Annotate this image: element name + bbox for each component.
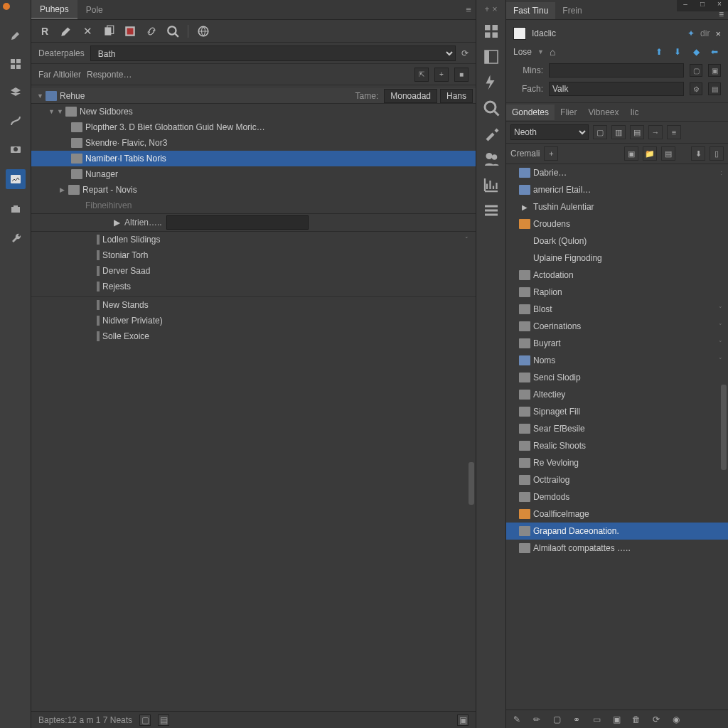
win-max[interactable]: □	[694, 0, 711, 11]
camera-icon[interactable]	[7, 141, 24, 158]
strip-close[interactable]: ×	[493, 4, 498, 14]
close-icon[interactable]: ✕	[81, 25, 94, 38]
bb-trash-icon[interactable]: 🗑	[630, 713, 643, 726]
boxes-icon[interactable]	[483, 23, 500, 40]
tree-row[interactable]: Blost˅	[506, 301, 728, 318]
cm-btn-5[interactable]: ⬇	[691, 146, 705, 161]
tree-row[interactable]: Sear EfBesile	[506, 420, 728, 437]
mins-btn-b[interactable]: ▣	[708, 64, 721, 77]
subtab-gondetes[interactable]: Gondetes	[506, 105, 555, 120]
tree-row[interactable]: New Stands	[31, 297, 476, 313]
panel-icon[interactable]	[483, 48, 500, 65]
pencil-icon[interactable]	[7, 27, 24, 44]
fach-input[interactable]	[549, 82, 684, 96]
grid-icon[interactable]	[7, 55, 24, 73]
deaterpales-select[interactable]: Bath	[90, 46, 456, 61]
tree-row[interactable]: Demdods	[506, 488, 728, 505]
scrollbar-thumb[interactable]	[469, 462, 474, 505]
chevron-down-icon[interactable]: ˅	[719, 306, 722, 313]
swatch-icon[interactable]	[124, 25, 136, 38]
right-tree[interactable]: Dabrie…:americrl Etail…▶Tushin Aulentiar…	[506, 164, 728, 710]
status-btn-b[interactable]: ▤	[158, 714, 169, 726]
cm-btn-4[interactable]: ▤	[661, 146, 675, 161]
lose-label[interactable]: Lose	[513, 47, 532, 57]
tools-icon[interactable]	[483, 125, 500, 142]
win-min[interactable]: –	[677, 0, 694, 11]
cm-btn-2[interactable]: ▣	[624, 146, 638, 161]
bb-box-icon[interactable]: ▢	[550, 713, 563, 726]
win-close[interactable]: ×	[711, 0, 728, 11]
bb-link-icon[interactable]: ⚭	[570, 713, 583, 726]
bolt-icon[interactable]	[483, 74, 500, 91]
wrench-icon[interactable]	[7, 229, 24, 246]
color-swatch[interactable]	[513, 27, 526, 40]
diamond-icon[interactable]: ◆	[690, 46, 702, 58]
tree-root-rehue[interactable]: Rehue Tame: Monoadad Hans	[31, 88, 476, 104]
status-btn-c[interactable]: ▣	[457, 714, 469, 726]
tree-row[interactable]: americrl Etail…	[506, 181, 728, 198]
main-tree[interactable]: Rehue Tame: Monoadad Hans New Sidbores P…	[31, 85, 476, 711]
tree-row[interactable]: Repart - Novis	[31, 182, 476, 198]
neoth-select[interactable]: Neoth	[510, 124, 589, 140]
cm-btn-3[interactable]: 📁	[643, 146, 657, 161]
tree-row[interactable]: Octtrailog	[506, 471, 728, 488]
tree-row[interactable]: Stoniar Torh	[31, 247, 476, 263]
link-icon[interactable]	[145, 25, 158, 38]
tree-row[interactable]: Altectiey	[506, 386, 728, 403]
mins-btn-a[interactable]: ▢	[690, 64, 702, 77]
tree-row[interactable]: Plopther 3. D Biet Globattion Guid New M…	[31, 119, 476, 135]
tab-menu-icon[interactable]: ≡	[461, 4, 476, 15]
bold-R-icon[interactable]: R	[38, 25, 51, 38]
bb-layers-icon[interactable]: ▣	[610, 713, 623, 726]
subtab-flier[interactable]: Flier	[555, 105, 582, 120]
tree-row[interactable]: New Sidbores	[31, 104, 476, 119]
bb-pen-icon[interactable]: ✎	[510, 713, 523, 726]
globe-icon[interactable]	[197, 25, 210, 38]
chevron-down-icon[interactable]: ˅	[719, 357, 722, 364]
tree-row-selected[interactable]: Grapand Daceonation.	[506, 523, 728, 540]
people-icon[interactable]	[483, 151, 500, 168]
tree-row[interactable]: Nidiver Priviate)	[31, 313, 476, 328]
cr-btn-2[interactable]: ▥	[611, 125, 626, 139]
bb-refresh-icon[interactable]: ⟳	[650, 713, 663, 726]
cr-btn-1[interactable]: ▢	[593, 125, 607, 139]
tree-row[interactable]: Dabrie…:	[506, 164, 728, 181]
tree-row[interactable]: Fibneihirven	[31, 198, 476, 213]
reset-icon[interactable]: ⟳	[461, 48, 469, 58]
square-icon[interactable]: ■	[454, 68, 469, 82]
tree-row[interactable]: Actodation	[506, 267, 728, 284]
tree-row[interactable]: Almilaoft compatattes …..	[506, 540, 728, 557]
tree-row[interactable]: Raplion	[506, 284, 728, 301]
tree-row[interactable]: Lodlen Slidings ˅	[31, 232, 476, 247]
tab-puheps[interactable]: Puheps	[31, 0, 77, 19]
tree-row[interactable]: Skendre· Flavic, Nor3	[31, 135, 476, 151]
tree-row-selected[interactable]: Namiber·l Tabis Noris	[31, 151, 476, 166]
tab-fast-tinu[interactable]: Fast Tinu	[506, 2, 555, 19]
plus-icon[interactable]: +	[434, 68, 449, 82]
subtab-vibneex[interactable]: Vibneex	[582, 105, 624, 120]
tree-row[interactable]: Coerinations˅	[506, 318, 728, 335]
tree-row[interactable]: Solle Exoice	[31, 328, 476, 344]
strip-plus[interactable]: +	[484, 4, 489, 14]
bb-eye-icon[interactable]: ◉	[670, 713, 682, 726]
fach-btn-a[interactable]: ⚙	[690, 82, 702, 95]
search-icon[interactable]	[483, 100, 500, 117]
atrien-input[interactable]	[166, 215, 309, 230]
tame-value-b[interactable]: Hans	[440, 89, 473, 103]
tree-row[interactable]: Re Vevloing	[506, 454, 728, 471]
expand-icon[interactable]: ⇱	[414, 68, 429, 82]
tree-row[interactable]: Doark (Qulon)	[506, 232, 728, 250]
chevron-down-icon[interactable]: ˅	[719, 323, 722, 330]
cr-btn-4[interactable]: →	[648, 125, 663, 139]
tree-row[interactable]: Uplaine Fignoding	[506, 250, 728, 267]
idaclic-link[interactable]: Idaclic	[532, 28, 556, 38]
arrow-left-icon[interactable]: ⬅	[708, 46, 721, 58]
tree-row[interactable]: Buyrart˅	[506, 335, 728, 352]
cm-btn-1[interactable]: +	[544, 146, 558, 161]
tree-row[interactable]: ▶Tushin Aulentiar	[506, 198, 728, 215]
zoom-icon[interactable]	[166, 25, 179, 38]
scrollbar-thumb[interactable]	[721, 385, 727, 470]
tree-row[interactable]: Coallficelmage	[506, 505, 728, 523]
status-btn-a[interactable]: ▢	[139, 714, 151, 726]
bb-pencil-icon[interactable]: ✏	[530, 713, 543, 726]
